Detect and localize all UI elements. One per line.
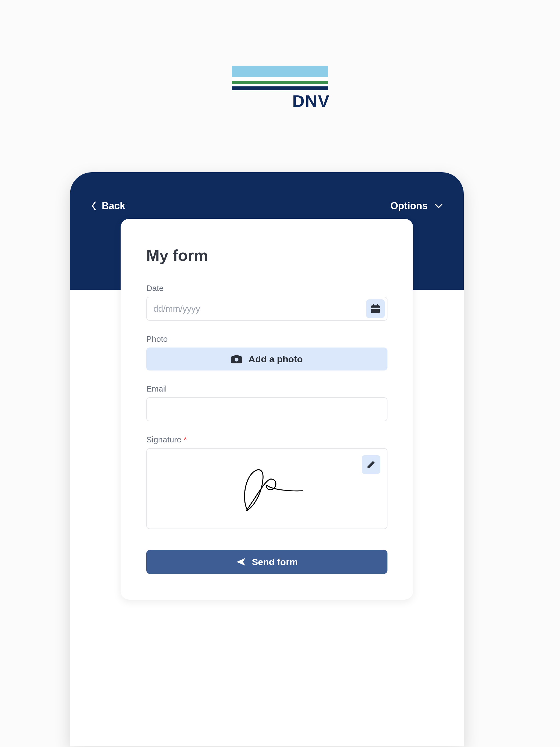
email-field-group: Email bbox=[146, 384, 387, 421]
pencil-icon bbox=[366, 460, 376, 469]
send-form-button[interactable]: Send form bbox=[146, 550, 387, 574]
device-frame: Back Options My form Date bbox=[70, 172, 464, 746]
chevron-left-icon bbox=[91, 201, 96, 211]
logo-bars bbox=[232, 66, 328, 90]
send-icon bbox=[236, 557, 246, 567]
add-photo-label: Add a photo bbox=[249, 354, 303, 364]
add-photo-button[interactable]: Add a photo bbox=[146, 347, 387, 370]
date-label: Date bbox=[146, 284, 387, 293]
edit-signature-button[interactable] bbox=[362, 455, 380, 474]
camera-icon bbox=[231, 354, 242, 364]
calendar-icon bbox=[370, 304, 381, 314]
chevron-down-icon bbox=[434, 203, 443, 209]
back-label: Back bbox=[102, 200, 125, 212]
date-input[interactable] bbox=[146, 297, 387, 321]
form-card: My form Date Photo bbox=[121, 219, 413, 600]
signature-field-group: Signature * bbox=[146, 435, 387, 529]
options-label: Options bbox=[390, 200, 428, 212]
email-label: Email bbox=[146, 384, 387, 393]
svg-rect-0 bbox=[371, 305, 380, 313]
signature-drawing bbox=[229, 464, 305, 513]
svg-rect-3 bbox=[371, 308, 380, 309]
svg-rect-2 bbox=[377, 304, 378, 307]
form-title: My form bbox=[146, 246, 387, 264]
back-button[interactable]: Back bbox=[86, 197, 130, 215]
nav-bar: Back Options bbox=[70, 172, 464, 215]
signature-label: Signature * bbox=[146, 435, 387, 444]
options-button[interactable]: Options bbox=[386, 197, 447, 215]
email-input[interactable] bbox=[146, 397, 387, 421]
svg-point-4 bbox=[235, 358, 238, 361]
photo-label: Photo bbox=[146, 334, 387, 344]
required-indicator: * bbox=[184, 435, 187, 444]
svg-rect-1 bbox=[373, 304, 374, 307]
logo-text: DNV bbox=[292, 91, 330, 111]
brand-logo: DNV bbox=[232, 66, 328, 111]
signature-box[interactable] bbox=[146, 448, 387, 529]
date-field-group: Date bbox=[146, 284, 387, 321]
photo-field-group: Photo Add a photo bbox=[146, 334, 387, 370]
calendar-picker-button[interactable] bbox=[366, 300, 385, 318]
send-label: Send form bbox=[252, 557, 298, 567]
